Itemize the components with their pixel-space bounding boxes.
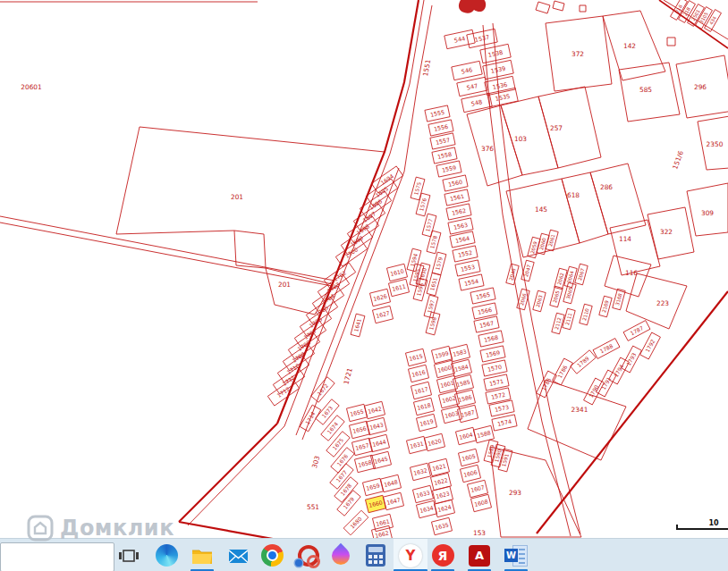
parcel-1558[interactable]: 1558 — [432, 147, 457, 164]
parcel-1559[interactable]: 1559 — [436, 161, 461, 177]
parcel-1560[interactable]: 1560 — [443, 175, 468, 191]
parcel-1585[interactable]: 1585 — [453, 374, 473, 391]
parcel-1607[interactable]: 1607 — [467, 480, 487, 497]
parcel-1655[interactable]: 1655 — [346, 404, 367, 421]
parcel-1650[interactable]: 1650 — [416, 263, 430, 286]
parcel-1586[interactable]: 1586 — [454, 390, 475, 407]
parcel-2047[interactable]: 2047 — [521, 260, 534, 281]
task-view-button[interactable] — [112, 539, 146, 571]
parcel-1583[interactable]: 1583 — [449, 344, 470, 361]
parcel-1606[interactable]: 1606 — [460, 465, 480, 482]
parcel-1789[interactable]: 1789 — [571, 350, 597, 374]
parcel-1618[interactable]: 1618 — [413, 398, 434, 415]
parcel-1631[interactable]: 1631 — [406, 436, 427, 453]
parcel-1597[interactable]: 1597 — [424, 295, 438, 318]
parcel-1574[interactable]: 1574 — [492, 415, 517, 431]
parcel-1627[interactable]: 1627 — [372, 306, 393, 323]
parcel-1584[interactable]: 1584 — [451, 359, 471, 376]
parcel-1536[interactable]: 1536 — [485, 76, 515, 95]
mail-button[interactable] — [221, 539, 255, 571]
parcel-2112[interactable]: 2112 — [552, 313, 564, 334]
parcel-2111[interactable]: 2111 — [563, 308, 575, 330]
parcel-1680[interactable]: 1680 — [343, 510, 368, 535]
parcel-1610[interactable]: 1610 — [386, 264, 407, 281]
parcel-1577[interactable]: 1577 — [422, 214, 436, 237]
parcel-1635[interactable]: 1635 — [431, 517, 452, 534]
parcel-1565[interactable]: 1565 — [470, 288, 495, 304]
parcel-1617[interactable]: 1617 — [411, 382, 431, 399]
file-explorer-button[interactable] — [185, 539, 219, 571]
parcel-1641[interactable]: 1641 — [351, 314, 365, 337]
parcel-2061[interactable]: 2061 — [546, 230, 558, 251]
parcel-1576[interactable]: 1576 — [416, 193, 430, 216]
parcel-1608[interactable]: 1608 — [470, 494, 491, 511]
drop-app-button[interactable] — [324, 539, 358, 571]
parcel-2109[interactable]: 2109 — [599, 296, 612, 317]
parcel-2067[interactable]: 2067 — [575, 264, 588, 285]
parcel-1537[interactable]: 1537 — [467, 29, 497, 47]
parcel-1611[interactable]: 1611 — [388, 279, 409, 296]
parcel-1642[interactable]: 1642 — [364, 401, 385, 418]
parcel-1605[interactable]: 1605 — [458, 449, 478, 466]
parcel-1570[interactable]: 1570 — [482, 360, 507, 376]
parcel-1568[interactable]: 1568 — [478, 331, 504, 347]
parcel-label: 1567 — [478, 320, 494, 329]
edge-button[interactable] — [149, 539, 183, 571]
parcel-label: 1608 — [473, 498, 488, 508]
parcel-1616[interactable]: 1616 — [408, 365, 428, 382]
parcel-1620[interactable]: 1620 — [424, 433, 444, 450]
parcel-1634[interactable]: 1634 — [416, 500, 436, 517]
parcel-1788[interactable]: 1788 — [593, 339, 620, 359]
parcel-1786[interactable]: 1786 — [553, 358, 573, 385]
parcel-1561[interactable]: 1561 — [444, 189, 470, 206]
parcel-1579[interactable]: 1579 — [432, 252, 446, 275]
parcel-1623[interactable]: 1623 — [432, 486, 453, 503]
parcel-1651[interactable]: 1651 — [427, 273, 441, 296]
acrobat-button[interactable]: A — [462, 539, 496, 571]
parcel-2066[interactable]: 2066 — [517, 289, 529, 310]
parcel-1587[interactable]: 1587 — [457, 405, 478, 422]
parcel-1790[interactable]: 1790 — [584, 378, 605, 405]
parcel-1619[interactable]: 1619 — [416, 414, 436, 431]
parcel-546[interactable]: 546 — [452, 61, 482, 80]
parcel-1555[interactable]: 1555 — [425, 105, 450, 122]
parcel-1633[interactable]: 1633 — [412, 485, 433, 502]
yandex-browser-button[interactable]: Y — [394, 539, 427, 571]
parcel-1598[interactable]: 1598 — [426, 312, 440, 335]
parcel-1615[interactable]: 1615 — [405, 348, 426, 365]
calculator-button[interactable] — [359, 539, 393, 571]
parcel-2110[interactable]: 2110 — [580, 304, 592, 325]
parcel-1787[interactable]: 1787 — [623, 321, 650, 341]
parcel-1562[interactable]: 1562 — [446, 204, 471, 220]
parcel-1660[interactable]: 1660 — [365, 495, 385, 512]
parcel-1578[interactable]: 1578 — [427, 231, 441, 254]
parcel-1645[interactable]: 1645 — [370, 451, 391, 468]
parcel-547[interactable]: 547 — [457, 77, 487, 96]
yandex-button[interactable]: Я — [426, 539, 460, 571]
parcel-2063[interactable]: 2063 — [533, 290, 546, 312]
parcel-1626[interactable]: 1626 — [369, 289, 390, 306]
parcel-1647[interactable]: 1647 — [383, 492, 403, 509]
cadastral-map[interactable]: 206012012013721425852962350151/637610325… — [0, 0, 728, 538]
magnifier-app-button[interactable] — [289, 539, 323, 571]
parcel-1575[interactable]: 1575 — [411, 177, 425, 200]
taskbar-search-box[interactable] — [0, 542, 114, 571]
parcel-544[interactable]: 544 — [444, 29, 475, 48]
parcel-label: 1698 — [355, 223, 370, 236]
parcel-1792[interactable]: 1792 — [640, 332, 661, 359]
parcel-1672[interactable]: 1672 — [311, 377, 334, 403]
chrome-button[interactable] — [255, 539, 289, 571]
word-button[interactable]: W — [499, 539, 533, 571]
parcel-1632[interactable]: 1632 — [410, 463, 430, 480]
parcel-1569[interactable]: 1569 — [480, 346, 505, 362]
parcel-1552[interactable]: 1552 — [453, 246, 478, 262]
parcel-label: 116 — [625, 269, 638, 277]
parcel-1554[interactable]: 1554 — [459, 274, 484, 290]
parcel-1553[interactable]: 1553 — [455, 260, 480, 276]
parcel-1658[interactable]: 1658 — [354, 455, 375, 472]
parcel-1624[interactable]: 1624 — [434, 500, 454, 516]
parcel-1659[interactable]: 1659 — [362, 478, 383, 495]
parcel-1604[interactable]: 1604 — [455, 427, 476, 444]
parcel-1673[interactable]: 1673 — [316, 399, 339, 425]
parcel-1648[interactable]: 1648 — [380, 474, 401, 491]
